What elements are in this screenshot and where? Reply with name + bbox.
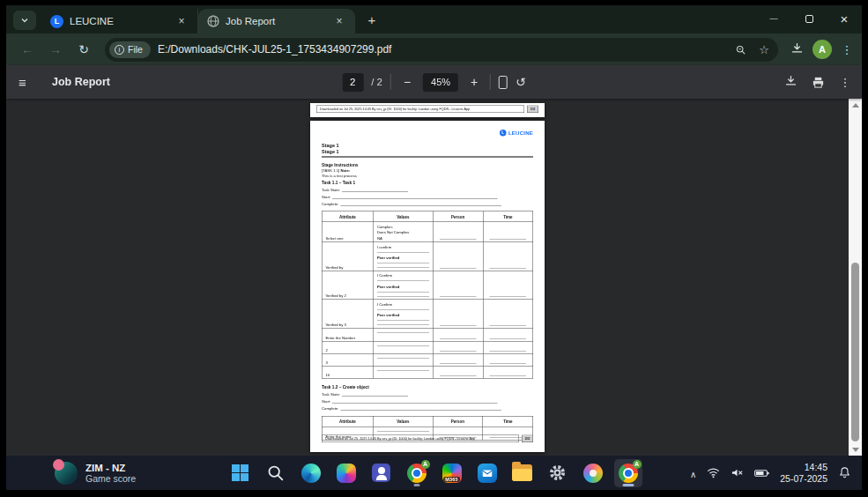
table-header: Values xyxy=(374,211,434,222)
stage-subtitle: Stage 1 xyxy=(322,148,533,154)
attribute-cell: 2 xyxy=(322,341,373,353)
page1-footer-text: Downloaded on Jul 25, 2025 14:45 By cev_… xyxy=(316,106,524,114)
running-indicator xyxy=(622,484,634,486)
table-header: Time xyxy=(483,211,533,222)
zoom-search-icon[interactable] xyxy=(735,44,746,56)
table-row: Select oneCompliesDoes Not CompliesNA xyxy=(322,222,533,242)
window-controls xyxy=(756,5,862,32)
complete-line: Complete: xyxy=(322,406,533,411)
edge-icon[interactable] xyxy=(297,459,325,487)
file-chip-label: File xyxy=(128,44,143,55)
url-text[interactable]: E:/Downloads/CHK-JUL25-1_1753434907299.p… xyxy=(158,43,728,56)
tab-strip: L LEUCINE Job Report xyxy=(6,5,862,33)
leucine-logo-text: LEUCINE xyxy=(508,130,533,136)
chevron-down-icon xyxy=(20,16,29,25)
omnibox[interactable]: File E:/Downloads/CHK-JUL25-1_1753434907… xyxy=(105,38,778,62)
browser-menu-icon[interactable] xyxy=(841,41,853,57)
scroll-up-arrow[interactable] xyxy=(849,99,862,111)
time-cell xyxy=(483,242,533,271)
table-row: 10 xyxy=(322,366,533,378)
complete-line: Complete: xyxy=(322,202,533,206)
time-cell xyxy=(483,222,533,242)
tab-leucine[interactable]: L LEUCINE xyxy=(41,9,198,33)
taskbar-icons: AM365A xyxy=(226,459,642,487)
scrollbar-thumb[interactable] xyxy=(851,263,859,441)
table-header: Time xyxy=(483,416,533,427)
page2-number-badge: 2/2 xyxy=(522,435,533,443)
leucine-favicon: L xyxy=(50,15,63,28)
start-button[interactable] xyxy=(226,459,255,487)
person-cell xyxy=(433,328,483,341)
table-header: Attribute xyxy=(322,211,373,222)
file-explorer-icon[interactable] xyxy=(508,459,537,487)
attribute-cell: Verified by 2 xyxy=(322,271,373,300)
scrollbar[interactable] xyxy=(849,99,862,456)
person-cell xyxy=(433,222,483,242)
values-cell xyxy=(374,328,434,341)
notification-bell-icon[interactable] xyxy=(838,466,851,479)
tab-job-report[interactable]: Job Report xyxy=(198,9,355,33)
settings-icon[interactable] xyxy=(544,459,572,487)
system-tray: 14:45 25-07-2025 xyxy=(690,462,851,485)
file-scheme-chip[interactable]: File xyxy=(109,41,151,58)
zoom-in-button[interactable] xyxy=(466,75,482,89)
outlook-icon[interactable] xyxy=(473,459,501,487)
m365-icon[interactable]: M365 xyxy=(438,459,466,487)
table-header: Person xyxy=(433,416,483,427)
reload-button[interactable] xyxy=(71,37,96,62)
fit-page-button[interactable] xyxy=(499,76,508,89)
page-total: / 2 xyxy=(371,77,382,87)
downloads-icon[interactable] xyxy=(790,41,804,58)
person-cell xyxy=(433,300,483,329)
restore-button[interactable] xyxy=(791,5,827,32)
new-tab-button[interactable] xyxy=(360,8,383,31)
table-row: Verified by 2I ConfirmPeer verified xyxy=(322,271,533,300)
tab-label: LEUCINE xyxy=(70,16,168,26)
values-cell xyxy=(374,341,434,353)
wifi-icon[interactable] xyxy=(707,467,720,478)
page-number-input[interactable]: 2 xyxy=(342,73,363,92)
table-row: 2 xyxy=(322,341,533,353)
zoom-level[interactable]: 45% xyxy=(423,73,458,92)
battery-icon[interactable] xyxy=(754,468,769,478)
values-cell: I confirmPeer verified xyxy=(374,242,434,271)
tab-label: Job Report xyxy=(226,16,326,26)
tab-search-button[interactable] xyxy=(13,11,36,30)
attribute-cell: 10 xyxy=(322,366,373,378)
pdf-page-2: L LEUCINE Stage 1 Stage 1 Stage Instruct… xyxy=(310,121,545,452)
paint-icon[interactable] xyxy=(579,459,607,487)
zoom-out-button[interactable] xyxy=(399,75,415,89)
close-tab-icon[interactable] xyxy=(332,14,346,28)
person-cell xyxy=(433,366,483,378)
chrome-icon[interactable]: A xyxy=(403,459,431,487)
clock[interactable]: 14:45 25-07-2025 xyxy=(780,462,827,485)
bookmark-star-icon[interactable] xyxy=(759,43,769,56)
volume-muted-icon[interactable] xyxy=(731,467,744,478)
close-tab-icon[interactable] xyxy=(174,14,189,28)
search-icon[interactable] xyxy=(262,459,290,487)
minimize-button[interactable] xyxy=(756,5,791,32)
values-cell: CompliesDoes Not CompliesNA xyxy=(374,222,434,242)
person-cell xyxy=(433,353,483,366)
scroll-down-arrow[interactable] xyxy=(849,443,862,456)
close-window-button[interactable] xyxy=(827,5,862,32)
pdf-menu-icon[interactable] xyxy=(19,75,40,90)
task-state-line: Task State: xyxy=(322,188,533,192)
chrome-active-icon[interactable]: A xyxy=(614,459,642,487)
time-cell xyxy=(483,366,533,378)
pdf-viewer[interactable]: Downloaded on Jul 25, 2025 14:45 By cev_… xyxy=(6,99,862,456)
attribute-table: AttributeValuesPersonTimeSelect oneCompl… xyxy=(322,211,533,379)
weather-widget[interactable]: ZIM - NZ Game score xyxy=(55,462,136,485)
start-line: Start: xyxy=(322,399,533,404)
pdf-more-icon[interactable] xyxy=(839,74,851,90)
profile-avatar[interactable]: A xyxy=(812,40,832,59)
pdf-toolbar: Job Report 2 / 2 45% xyxy=(6,65,862,99)
teams-icon[interactable] xyxy=(367,459,396,487)
print-icon[interactable] xyxy=(812,76,825,89)
copilot-icon[interactable] xyxy=(332,459,360,487)
back-button[interactable] xyxy=(15,37,40,62)
pdf-download-icon[interactable] xyxy=(784,74,798,91)
rotate-button[interactable] xyxy=(516,75,526,89)
forward-button[interactable] xyxy=(43,37,68,62)
tray-chevron-up-icon[interactable] xyxy=(690,465,696,481)
